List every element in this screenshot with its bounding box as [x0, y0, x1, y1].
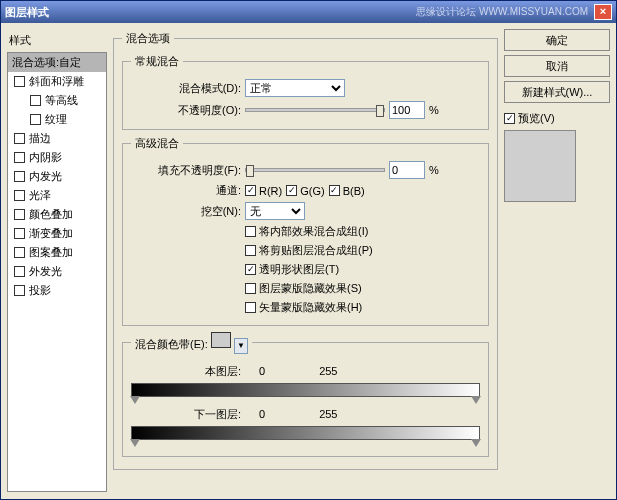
fill-opacity-label: 填充不透明度(F): — [131, 163, 241, 178]
opacity-label: 不透明度(O): — [131, 103, 241, 118]
style-item-bevel[interactable]: 斜面和浮雕 — [8, 72, 106, 91]
cancel-button[interactable]: 取消 — [504, 55, 610, 77]
advanced-blending-legend: 高级混合 — [131, 136, 183, 151]
button-column: 确定 取消 新建样式(W)... 预览(V) — [504, 29, 610, 493]
slider-stop-icon[interactable] — [471, 439, 481, 447]
fill-opacity-slider[interactable] — [245, 168, 385, 172]
checkbox-icon[interactable] — [30, 95, 41, 106]
style-item-contour[interactable]: 等高线 — [8, 91, 106, 110]
layer-mask-hides-checkbox[interactable]: 图层蒙版隐藏效果(S) — [245, 281, 362, 296]
options-column: 混合选项 常规混合 混合模式(D): 正常 不透明度(O): % — [113, 29, 498, 493]
slider-stop-icon[interactable] — [471, 396, 481, 404]
channel-g-checkbox[interactable]: G(G) — [286, 185, 324, 197]
close-button[interactable]: × — [594, 4, 612, 20]
checkbox-checked-icon — [504, 113, 515, 124]
dropdown-arrow-icon[interactable]: ▼ — [234, 338, 248, 354]
checkbox-icon[interactable] — [14, 171, 25, 182]
styles-header: 样式 — [7, 29, 107, 52]
style-item-gradient-overlay[interactable]: 渐变叠加 — [8, 224, 106, 243]
checkbox-icon — [245, 226, 256, 237]
checkbox-icon[interactable] — [14, 285, 25, 296]
style-item-satin[interactable]: 光泽 — [8, 186, 106, 205]
slider-stop-icon[interactable] — [130, 396, 140, 404]
checkbox-checked-icon — [286, 185, 297, 196]
this-layer-label: 本图层: — [131, 364, 241, 379]
checkbox-icon[interactable] — [14, 247, 25, 258]
slider-stop-icon[interactable] — [130, 439, 140, 447]
window-title: 图层样式 — [5, 5, 49, 20]
percent-label: % — [429, 164, 439, 176]
slider-thumb-icon[interactable] — [246, 165, 254, 177]
ok-button[interactable]: 确定 — [504, 29, 610, 51]
this-layer-gradient[interactable] — [131, 383, 480, 397]
blend-interior-checkbox[interactable]: 将内部效果混合成组(I) — [245, 224, 368, 239]
new-style-button[interactable]: 新建样式(W)... — [504, 81, 610, 103]
advanced-blending-group: 高级混合 填充不透明度(F): % 通道: R(R) G(G) B(B) — [122, 136, 489, 326]
blend-mode-select[interactable]: 正常 — [245, 79, 345, 97]
checkbox-icon — [245, 302, 256, 313]
preview-checkbox[interactable]: 预览(V) — [504, 111, 555, 126]
channel-r-checkbox[interactable]: R(R) — [245, 185, 282, 197]
blend-if-group: 混合颜色带(E): ▼ 本图层: 0 255 下一图层: — [122, 332, 489, 457]
next-layer-gradient[interactable] — [131, 426, 480, 440]
style-item-texture[interactable]: 纹理 — [8, 110, 106, 129]
checkbox-icon[interactable] — [14, 190, 25, 201]
checkbox-icon[interactable] — [30, 114, 41, 125]
checkbox-icon[interactable] — [14, 266, 25, 277]
blending-options-group: 混合选项 常规混合 混合模式(D): 正常 不透明度(O): % — [113, 31, 498, 470]
checkbox-icon[interactable] — [14, 228, 25, 239]
preview-swatch — [504, 130, 576, 202]
layer-style-dialog: 图层样式 思缘设计论坛 WWW.MISSYUAN.COM × 样式 混合选项:自… — [0, 0, 617, 500]
titlebar[interactable]: 图层样式 思缘设计论坛 WWW.MISSYUAN.COM × — [1, 1, 616, 23]
style-item-pattern-overlay[interactable]: 图案叠加 — [8, 243, 106, 262]
style-item-outer-glow[interactable]: 外发光 — [8, 262, 106, 281]
style-item-inner-shadow[interactable]: 内阴影 — [8, 148, 106, 167]
style-item-blending-options[interactable]: 混合选项:自定 — [8, 53, 106, 72]
general-blending-group: 常规混合 混合模式(D): 正常 不透明度(O): % — [122, 54, 489, 130]
transparency-shapes-checkbox[interactable]: 透明形状图层(T) — [245, 262, 339, 277]
checkbox-icon[interactable] — [14, 76, 25, 87]
checkbox-icon[interactable] — [14, 133, 25, 144]
styles-list: 混合选项:自定 斜面和浮雕 等高线 纹理 描边 内阴影 内发光 光泽 颜色叠加 … — [7, 52, 107, 492]
color-swatch[interactable] — [211, 332, 231, 348]
checkbox-icon[interactable] — [14, 152, 25, 163]
slider-thumb-icon[interactable] — [376, 105, 384, 117]
percent-label: % — [429, 104, 439, 116]
channel-b-checkbox[interactable]: B(B) — [329, 185, 365, 197]
blend-mode-label: 混合模式(D): — [131, 81, 241, 96]
style-item-drop-shadow[interactable]: 投影 — [8, 281, 106, 300]
blending-options-title: 混合选项 — [122, 31, 174, 46]
checkbox-checked-icon — [329, 185, 340, 196]
opacity-input[interactable] — [389, 101, 425, 119]
window-subtitle: 思缘设计论坛 WWW.MISSYUAN.COM — [416, 5, 588, 19]
opacity-slider[interactable] — [245, 108, 385, 112]
style-item-stroke[interactable]: 描边 — [8, 129, 106, 148]
checkbox-icon[interactable] — [14, 209, 25, 220]
vector-mask-hides-checkbox[interactable]: 矢量蒙版隐藏效果(H) — [245, 300, 362, 315]
next-layer-label: 下一图层: — [131, 407, 241, 422]
checkbox-checked-icon — [245, 185, 256, 196]
knockout-select[interactable]: 无 — [245, 202, 305, 220]
style-item-inner-glow[interactable]: 内发光 — [8, 167, 106, 186]
blend-clipped-checkbox[interactable]: 将剪贴图层混合成组(P) — [245, 243, 373, 258]
channels-label: 通道: — [131, 183, 241, 198]
blend-if-legend: 混合颜色带(E): ▼ — [131, 332, 252, 354]
styles-column: 样式 混合选项:自定 斜面和浮雕 等高线 纹理 描边 内阴影 内发光 光泽 颜色… — [7, 29, 107, 493]
checkbox-checked-icon — [245, 264, 256, 275]
checkbox-icon — [245, 245, 256, 256]
general-blending-legend: 常规混合 — [131, 54, 183, 69]
knockout-label: 挖空(N): — [131, 204, 241, 219]
style-item-color-overlay[interactable]: 颜色叠加 — [8, 205, 106, 224]
checkbox-icon — [245, 283, 256, 294]
fill-opacity-input[interactable] — [389, 161, 425, 179]
